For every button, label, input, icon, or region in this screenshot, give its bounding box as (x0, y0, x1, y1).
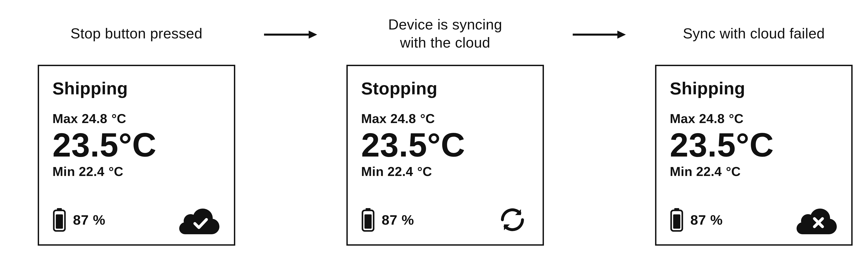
cloud-fail-icon (797, 205, 838, 234)
battery-icon (670, 208, 684, 232)
unit: °C (729, 111, 743, 126)
max-temp-line: Max 24.8 °C (670, 111, 838, 126)
svg-rect-6 (365, 214, 372, 229)
min-temp-line: Min 22.4 °C (670, 164, 838, 179)
max-temp-line: Max 24.8 °C (53, 111, 220, 126)
unit: °C (427, 126, 465, 164)
main-temp-value: 23.5 (361, 126, 427, 164)
min-value: 22.4 (79, 164, 104, 179)
battery-icon (361, 208, 375, 232)
temperature-block: Max 24.8 °C 23.5°C Min 22.4 °C (53, 111, 220, 179)
step-3: Sync with cloud failed Shipping Max 24.8… (638, 13, 868, 246)
status-text: Shipping (53, 79, 220, 99)
max-value: 24.8 (391, 111, 416, 126)
battery-group: 87 % (361, 208, 414, 232)
main-temp-value: 23.5 (670, 126, 736, 164)
main-temp: 23.5°C (670, 128, 838, 162)
battery-percent: 87 % (73, 212, 105, 228)
step-1-label: Stop button pressed (70, 13, 203, 54)
min-label: Min (670, 164, 692, 179)
svg-rect-10 (673, 214, 680, 229)
footer-row: 87 % (53, 201, 220, 234)
main-temp: 23.5°C (53, 128, 220, 162)
max-value: 24.8 (699, 111, 725, 126)
min-temp-line: Min 22.4 °C (53, 164, 220, 179)
status-text: Shipping (670, 79, 838, 99)
step-2-label: Device is syncing with the cloud (388, 13, 502, 54)
max-label: Max (361, 111, 386, 126)
unit: °C (109, 164, 123, 179)
unit: °C (420, 111, 435, 126)
temperature-block: Max 24.8 °C 23.5°C Min 22.4 °C (670, 111, 838, 179)
step-2: Device is syncing with the cloud Stoppin… (329, 13, 562, 246)
max-label: Max (53, 111, 78, 126)
step-3-label: Sync with cloud failed (683, 13, 825, 54)
unit: °C (119, 126, 156, 164)
min-value: 22.4 (388, 164, 413, 179)
min-temp-line: Min 22.4 °C (361, 164, 529, 179)
step-1: Stop button pressed Shipping Max 24.8 °C… (20, 13, 253, 246)
max-value: 24.8 (82, 111, 107, 126)
cloud-ok-icon (179, 205, 220, 234)
unit: °C (736, 126, 774, 164)
battery-group: 87 % (670, 208, 723, 232)
max-temp-line: Max 24.8 °C (361, 111, 529, 126)
max-label: Max (670, 111, 695, 126)
footer-row: 87 % (361, 201, 529, 234)
main-temp: 23.5°C (361, 128, 529, 162)
min-value: 22.4 (696, 164, 722, 179)
arrow-right-icon (570, 28, 628, 41)
device-screen-1: Shipping Max 24.8 °C 23.5°C Min 22.4 °C (38, 65, 235, 246)
battery-percent: 87 % (690, 212, 723, 228)
main-temp-value: 23.5 (53, 126, 119, 164)
device-screen-3: Shipping Max 24.8 °C 23.5°C Min 22.4 °C (655, 65, 852, 246)
arrow-1 (253, 13, 329, 41)
footer-row: 87 % (670, 201, 838, 234)
status-text: Stopping (361, 79, 529, 99)
unit: °C (726, 164, 741, 179)
temperature-block: Max 24.8 °C 23.5°C Min 22.4 °C (361, 111, 529, 179)
battery-group: 87 % (53, 208, 105, 232)
device-screen-2: Stopping Max 24.8 °C 23.5°C Min 22.4 °C (346, 65, 544, 246)
sync-icon (496, 205, 529, 234)
battery-percent: 87 % (382, 212, 414, 228)
unit: °C (112, 111, 126, 126)
min-label: Min (53, 164, 75, 179)
diagram-stage: Stop button pressed Shipping Max 24.8 °C… (0, 0, 868, 274)
arrow-2 (562, 13, 638, 41)
battery-icon (53, 208, 66, 232)
svg-rect-2 (56, 214, 63, 229)
unit: °C (417, 164, 432, 179)
min-label: Min (361, 164, 384, 179)
arrow-right-icon (262, 28, 320, 41)
